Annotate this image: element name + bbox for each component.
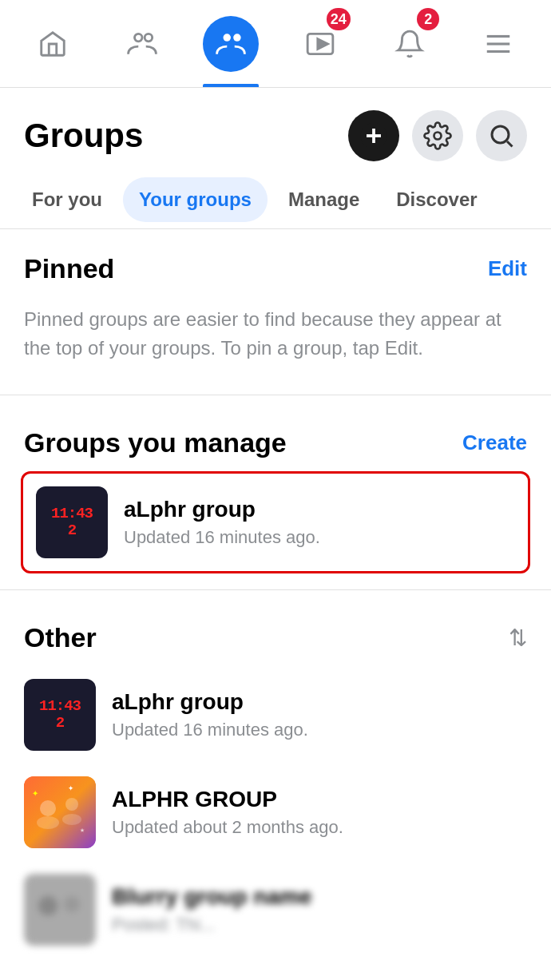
pinned-header: Pinned Edit	[24, 253, 527, 284]
group-avatar-1: 11:432	[24, 679, 96, 751]
sort-icon[interactable]: ⇅	[509, 625, 527, 651]
group-avatar-2: ✦ ✦ ★	[24, 776, 96, 848]
other-group-item-1[interactable]: 11:432 aLphr group Updated 16 minutes ag…	[24, 666, 527, 764]
menu-icon	[481, 26, 516, 61]
highlighted-group-item[interactable]: 11:432 aLphr group Updated 16 minutes ag…	[21, 471, 530, 573]
notifications-badge: 2	[417, 8, 439, 30]
group-avatar-highlighted: 11:432	[36, 486, 108, 558]
svg-line-14	[507, 141, 513, 147]
pinned-title: Pinned	[24, 253, 114, 284]
header-actions	[348, 110, 527, 161]
create-button[interactable]: Create	[462, 430, 527, 455]
add-group-button[interactable]	[348, 110, 399, 161]
svg-point-24	[38, 896, 57, 915]
pinned-description: Pinned groups are easier to find because…	[24, 297, 527, 379]
svg-text:✦: ✦	[68, 783, 73, 794]
nav-item-watch[interactable]: 24	[276, 0, 365, 87]
other-group-item-2[interactable]: ✦ ✦ ★ ALPHR GROUP Updated about 2 months…	[24, 764, 527, 861]
svg-rect-23	[24, 874, 96, 946]
svg-marker-5	[318, 38, 328, 49]
svg-point-18	[37, 816, 59, 829]
group-info-1: aLphr group Updated 16 minutes ago.	[112, 689, 527, 740]
search-button[interactable]	[476, 110, 527, 161]
group-name-3: Blurry group name	[112, 884, 527, 910]
nav-item-menu[interactable]	[454, 0, 543, 87]
tab-your-groups[interactable]: Your groups	[123, 177, 268, 222]
friends-icon	[125, 26, 160, 61]
svg-point-17	[65, 798, 78, 811]
nav-item-groups[interactable]	[186, 0, 276, 87]
svg-point-19	[62, 814, 81, 825]
other-section: Other ⇅ 11:432 aLphr group Updated 16 mi…	[0, 598, 551, 966]
nav-item-notifications[interactable]: 2	[365, 0, 454, 87]
svg-point-1	[145, 34, 153, 42]
svg-point-3	[233, 34, 241, 42]
tab-discover[interactable]: Discover	[380, 177, 493, 228]
active-underline	[203, 84, 259, 87]
group-meta-3: Posted: Thi...	[112, 915, 527, 935]
watch-badge: 24	[327, 8, 351, 30]
page-content: Groups	[0, 88, 551, 966]
other-group-item-3: Blurry group name Posted: Thi...	[24, 861, 527, 958]
tab-for-you[interactable]: For you	[16, 177, 118, 228]
highlighted-group-meta: Updated 16 minutes ago.	[124, 527, 515, 548]
other-header: Other ⇅	[24, 622, 527, 653]
nav-bar: 24 2	[0, 0, 551, 88]
highlighted-group-info: aLphr group Updated 16 minutes ago.	[124, 497, 515, 548]
other-title: Other	[24, 622, 97, 653]
svg-point-12	[434, 133, 442, 140]
section-divider-1	[0, 395, 551, 395]
manage-title: Groups you manage	[24, 427, 287, 458]
group-info-2: ALPHR GROUP Updated about 2 months ago.	[112, 787, 527, 838]
tab-manage[interactable]: Manage	[272, 177, 375, 228]
nav-item-home[interactable]	[8, 0, 97, 87]
bell-icon	[392, 26, 427, 61]
nav-item-friends[interactable]	[97, 0, 187, 87]
section-divider-2	[0, 589, 551, 590]
highlighted-group-name: aLphr group	[124, 497, 515, 522]
page-title: Groups	[24, 117, 143, 155]
group-name-1: aLphr group	[112, 689, 527, 715]
group-avatar-3	[24, 874, 96, 946]
settings-button[interactable]	[412, 110, 463, 161]
manage-header: Groups you manage Create	[24, 427, 527, 458]
tabs-bar: For you Your groups Manage Discover	[0, 177, 551, 229]
pinned-section: Pinned Edit Pinned groups are easier to …	[0, 229, 551, 387]
svg-point-13	[492, 126, 509, 143]
group-name-2: ALPHR GROUP	[112, 787, 527, 812]
home-icon	[35, 26, 70, 61]
group-meta-2: Updated about 2 months ago.	[112, 817, 527, 838]
edit-button[interactable]: Edit	[488, 256, 527, 281]
watch-icon	[303, 26, 338, 61]
group-meta-1: Updated 16 minutes ago.	[112, 720, 527, 740]
groups-icon-circle	[203, 16, 259, 72]
group-info-3: Blurry group name Posted: Thi...	[112, 884, 527, 935]
svg-point-25	[64, 896, 80, 912]
svg-point-2	[224, 34, 232, 42]
svg-point-0	[134, 34, 142, 42]
manage-section: Groups you manage Create 11:432 aLphr gr…	[0, 403, 551, 581]
groups-header: Groups	[0, 88, 551, 177]
svg-point-16	[40, 800, 56, 816]
